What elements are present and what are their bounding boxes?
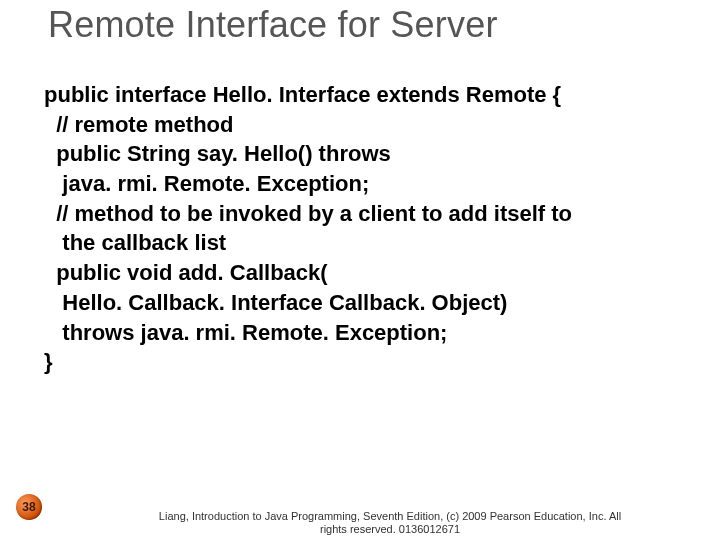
code-line: public String say. Hello() throws bbox=[44, 139, 680, 169]
slide-title: Remote Interface for Server bbox=[48, 4, 498, 46]
footer-line: rights reserved. 0136012671 bbox=[120, 523, 660, 536]
footer-line: Liang, Introduction to Java Programming,… bbox=[120, 510, 660, 523]
page-number: 38 bbox=[22, 500, 35, 514]
code-line: public interface Hello. Interface extend… bbox=[44, 80, 680, 110]
code-line: // method to be invoked by a client to a… bbox=[44, 199, 680, 229]
code-line: } bbox=[44, 347, 680, 377]
code-line: the callback list bbox=[44, 228, 680, 258]
code-line: java. rmi. Remote. Exception; bbox=[44, 169, 680, 199]
code-line: Hello. Callback. Interface Callback. Obj… bbox=[44, 288, 680, 318]
code-block: public interface Hello. Interface extend… bbox=[44, 80, 680, 377]
code-line: public void add. Callback( bbox=[44, 258, 680, 288]
footer-citation: Liang, Introduction to Java Programming,… bbox=[120, 510, 660, 536]
slide: Remote Interface for Server public inter… bbox=[0, 0, 720, 540]
code-line: // remote method bbox=[44, 110, 680, 140]
code-line: throws java. rmi. Remote. Exception; bbox=[44, 318, 680, 348]
page-number-badge: 38 bbox=[16, 494, 42, 520]
